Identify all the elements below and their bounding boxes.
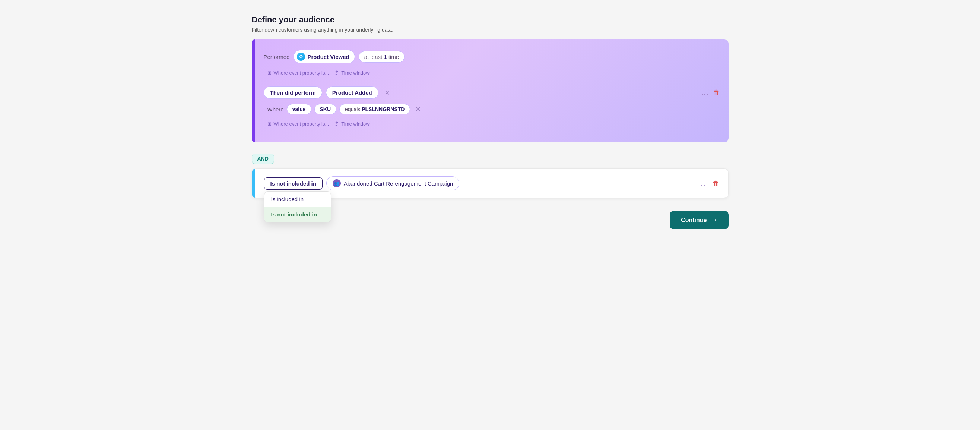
inclusion-dropdown-wrap: Is not included in Is included in Is not… xyxy=(264,177,323,190)
times-value: 1 xyxy=(383,54,387,60)
times-label: time xyxy=(388,54,399,60)
campaign-name: Abandoned Cart Re-engagement Campaign xyxy=(344,180,453,187)
sku-close-btn[interactable]: ✕ xyxy=(413,104,423,114)
dropdown-item-included[interactable]: Is included in xyxy=(264,191,331,207)
at-least-time-badge[interactable]: at least 1 time xyxy=(359,51,404,63)
where-label: Where xyxy=(267,106,284,113)
campaign-badge[interactable]: 👥 Abandoned Cart Re-engagement Campaign xyxy=(326,176,460,190)
time-window-label-2: Time window xyxy=(341,121,369,127)
continue-label: Continue xyxy=(681,217,706,224)
page-title: Define your audience xyxy=(252,15,729,25)
time-window-btn-2[interactable]: ⏱ Time window xyxy=(334,119,369,128)
page-header: Define your audience Filter down custome… xyxy=(252,8,729,40)
add-property-label-2: Where event property is... xyxy=(274,121,329,127)
page-subtitle: Filter down customers using anything in … xyxy=(252,27,729,33)
inclusion-dropdown-menu: Is included in Is not included in xyxy=(264,191,331,223)
then-label: Then did perform xyxy=(270,89,316,96)
campaign-icon: 👥 xyxy=(332,179,341,188)
time-window-btn-1[interactable]: ⏱ Time window xyxy=(334,68,369,77)
divider-1 xyxy=(264,81,720,82)
dropdown-item-not-included[interactable]: Is not included in xyxy=(264,207,331,222)
row-actions-1: ... 🗑 xyxy=(701,89,719,97)
inclusion-label: Is not included in xyxy=(270,180,316,187)
sku-label: SKU xyxy=(320,106,331,112)
sub-condition-row-1: ⊞ Where event property is... ⏱ Time wind… xyxy=(264,68,720,77)
and-badge[interactable]: AND xyxy=(252,153,274,164)
add-property-btn-2[interactable]: ⊞ Where event property is... xyxy=(267,119,329,128)
sku-pill[interactable]: SKU xyxy=(314,104,337,115)
then-row: Then did perform Product Added ✕ ... 🗑 xyxy=(264,86,720,99)
product-viewed-badge[interactable]: ⊙ Product Viewed xyxy=(294,50,355,63)
clock-icon-1: ⏱ xyxy=(334,70,339,76)
white-left-bar xyxy=(252,169,255,198)
sku-value: PLSLNNGRNSTD xyxy=(362,106,404,112)
inclusion-row: Is not included in Is included in Is not… xyxy=(264,176,719,190)
continue-button[interactable]: Continue → xyxy=(670,211,728,229)
at-least-label: at least xyxy=(364,54,382,60)
then-did-perform-pill[interactable]: Then did perform xyxy=(264,86,322,99)
product-viewed-icon: ⊙ xyxy=(297,53,305,61)
clock-icon-2: ⏱ xyxy=(334,121,339,127)
equals-label: equals xyxy=(345,106,360,112)
delete-btn-2[interactable]: 🗑 xyxy=(713,180,719,188)
purple-left-bar xyxy=(252,40,255,142)
white-section: Is not included in Is included in Is not… xyxy=(252,169,729,198)
dropdown-not-included-label: Is not included in xyxy=(271,211,317,218)
dots-label-2: ... xyxy=(701,180,708,187)
where-row: Where value SKU equals PLSLNNGRNSTD ✕ xyxy=(264,104,720,115)
dots-menu-btn-1[interactable]: ... xyxy=(701,89,709,97)
performed-row: Performed ⊙ Product Viewed at least 1 ti… xyxy=(264,50,720,63)
dots-menu-btn-2[interactable]: ... xyxy=(701,180,708,188)
equals-sku-pill[interactable]: equals PLSLNNGRNSTD xyxy=(339,104,410,115)
product-added-pill[interactable]: Product Added xyxy=(326,86,379,99)
inclusion-dropdown-btn[interactable]: Is not included in xyxy=(264,177,323,190)
product-added-close-btn[interactable]: ✕ xyxy=(382,88,392,98)
dropdown-included-label: Is included in xyxy=(271,196,304,202)
value-label: value xyxy=(293,106,306,112)
dots-label-1: ... xyxy=(701,89,709,96)
trash-icon-1: 🗑 xyxy=(713,89,720,96)
add-property-btn-1[interactable]: ⊞ Where event property is... xyxy=(267,68,329,77)
sub-condition-row-2: ⊞ Where event property is... ⏱ Time wind… xyxy=(264,119,720,128)
add-property-icon-1: ⊞ xyxy=(267,70,272,76)
delete-btn-1[interactable]: 🗑 xyxy=(713,89,720,97)
add-property-icon-2: ⊞ xyxy=(267,121,272,127)
time-window-label-1: Time window xyxy=(341,70,369,76)
row-actions-2: ... 🗑 xyxy=(701,180,719,188)
performed-label: Performed xyxy=(264,54,290,60)
event-name-label: Product Viewed xyxy=(308,54,349,60)
add-property-label-1: Where event property is... xyxy=(274,70,329,76)
value-pill[interactable]: value xyxy=(287,104,312,115)
product-added-label: Product Added xyxy=(332,89,372,96)
continue-arrow-icon: → xyxy=(711,216,718,224)
trash-icon-2: 🗑 xyxy=(713,180,719,187)
purple-section: Performed ⊙ Product Viewed at least 1 ti… xyxy=(252,40,729,142)
and-label: AND xyxy=(258,156,269,162)
